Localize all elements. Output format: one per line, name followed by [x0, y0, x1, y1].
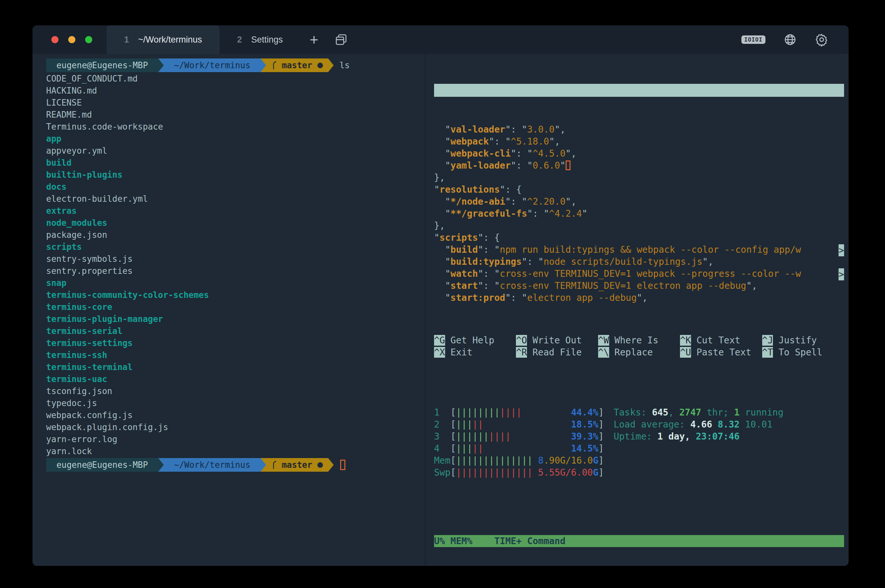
tab-title: ~/Work/terminus: [138, 35, 202, 45]
file-list-item: sentry-symbols.js: [46, 253, 425, 265]
shortcut-key: ^\: [598, 347, 609, 358]
shortcut-label: Where Is: [609, 335, 658, 346]
nano-shortcut: ^T To Spell: [762, 346, 844, 358]
file-list-item: app: [46, 133, 425, 145]
nano-pane[interactable]: GNU nano 4.5 package.json "val-loader": …: [434, 60, 844, 382]
file-list-item: build: [46, 157, 425, 169]
shortcut-label: Paste Text: [691, 347, 751, 358]
shortcut-key: ^T: [762, 347, 773, 358]
nano-code-line: "*/node-abi": "^2.20.0",: [434, 196, 844, 208]
shell-pane[interactable]: eugene@Eugenes-MBP ~/Work/terminus maste…: [33, 54, 425, 566]
stat-line: Uptime: 1 day, 23:07:46: [614, 430, 784, 442]
nano-shortcut: ^W Where Is: [598, 334, 680, 346]
terminal-content: eugene@Eugenes-MBP ~/Work/terminus maste…: [33, 54, 849, 566]
file-list-item: builtin-plugins: [46, 169, 425, 181]
file-list-item: tsconfig.json: [46, 385, 425, 397]
nano-editor-text: "val-loader": "3.0.0", "webpack": "^5.18…: [434, 123, 844, 304]
close-window-button[interactable]: [51, 36, 58, 43]
meter-line: 4 [||||| 14.5%]: [434, 442, 604, 454]
prompt-git-segment: master: [266, 58, 328, 72]
globe-ssh-icon[interactable]: [784, 33, 796, 46]
tab-settings[interactable]: 2 Settings: [220, 26, 300, 54]
line-continues-icon: >: [838, 268, 844, 280]
file-list-item: node_modules: [46, 217, 425, 229]
powerline-arrow-icon: [158, 458, 164, 472]
file-list-item: electron-builder.yml: [46, 193, 425, 205]
file-list-item: terminus-plugin-manager: [46, 313, 425, 325]
meter-bars-red: ||||: [500, 407, 522, 418]
htop-pane[interactable]: 1 [|||||||||||| 44.4%]2 [||||| 18.5%]3 […: [434, 382, 844, 566]
nano-code-line: "start": "cross-env TERMINUS_DEV=1 elect…: [434, 280, 844, 292]
meter-bars-red: ||: [472, 443, 483, 454]
git-branch-icon: [271, 460, 278, 470]
nano-code-line: "build:typings": "node scripts/build-typ…: [434, 256, 844, 268]
git-dirty-dot-icon: [317, 462, 323, 468]
right-split-pane[interactable]: GNU nano 4.5 package.json "val-loader": …: [425, 54, 849, 566]
terminus-window: 1 ~/Work/terminus 2 Settings + IOIOI: [33, 26, 849, 566]
file-list-item: sentry.properties: [46, 265, 425, 277]
tabbar-right-icons: IOIOI: [741, 26, 849, 54]
tab-work-terminus[interactable]: 1 ~/Work/terminus: [106, 26, 220, 54]
terminal-cursor: [340, 460, 345, 470]
nano-code-line: },: [434, 171, 844, 183]
powerline-arrow-icon: [328, 458, 334, 472]
shortcut-key: ^R: [516, 347, 527, 358]
file-list-item: CODE_OF_CONDUCT.md: [46, 73, 425, 85]
file-list-item: webpack.plugin.config.js: [46, 422, 425, 434]
file-list-item: terminus-serial: [46, 325, 425, 337]
shortcut-label: To Spell: [773, 347, 822, 358]
file-list-item: README.md: [46, 109, 425, 121]
serial-ports-icon[interactable]: IOIOI: [741, 35, 765, 44]
meter-bars-red: ||: [472, 419, 483, 430]
shortcut-label: Get Help: [445, 335, 495, 346]
shortcut-label: Write Out: [527, 335, 582, 346]
file-list-item: typedoc.js: [46, 397, 425, 410]
nano-code-line: "webpack-cli": "^4.5.0",: [434, 147, 844, 159]
shell-prompt: eugene@Eugenes-MBP ~/Work/terminus maste…: [46, 458, 425, 472]
process-table: U% MEM% TIME+ Command .0 0.2 0:22.66 /Sy…: [434, 511, 844, 566]
meter-bars-green: |||: [456, 419, 472, 430]
file-list-item: terminus-community-color-schemes: [46, 289, 425, 301]
file-list-item: yarn.lock: [46, 446, 425, 458]
nano-filename: package.json: [614, 110, 680, 123]
stat-line: Tasks: 645, 2747 thr; 1 running: [614, 406, 784, 418]
shortcut-label: Read File: [527, 347, 582, 358]
tab-number: 1: [124, 35, 129, 45]
shortcut-key: ^X: [434, 347, 445, 358]
file-list-item: terminus-core: [46, 301, 425, 313]
zoom-window-button[interactable]: [85, 36, 92, 43]
settings-gear-icon[interactable]: [815, 33, 828, 46]
meter-bars-red: ||||||||||||||: [456, 467, 532, 478]
meter-line: 1 [|||||||||||| 44.4%]: [434, 406, 604, 418]
file-list-item: HACKING.md: [46, 85, 425, 97]
htop-meters: 1 [|||||||||||| 44.4%]2 [||||| 18.5%]3 […: [434, 406, 844, 478]
typed-command: ls: [339, 60, 350, 72]
new-tab-button[interactable]: +: [300, 26, 327, 54]
file-list-item: extras: [46, 205, 425, 217]
meter-bars-red: ||||: [489, 431, 511, 442]
nano-shortcut: ^R Read File: [516, 346, 598, 358]
split-windows-icon[interactable]: [327, 26, 355, 54]
file-list-item: terminus-uac: [46, 373, 425, 385]
prompt-user-segment: eugene@Eugenes-MBP: [46, 58, 158, 72]
nano-shortcut: ^U Paste Text: [680, 346, 762, 358]
nano-shortcut: ^G Get Help: [434, 334, 516, 346]
nano-shortcut: ^O Write Out: [516, 334, 598, 346]
file-list-item: scripts: [46, 241, 425, 253]
nano-shortcut: ^J Justify: [762, 334, 844, 346]
git-branch-name: master: [282, 60, 312, 72]
shortcut-key: ^W: [598, 335, 609, 346]
nano-shortcut-bar: ^G Get Help^O Write Out^W Where Is^K Cut…: [434, 334, 844, 358]
nano-shortcut: ^X Exit: [434, 346, 516, 358]
htop-stats: Tasks: 645, 2747 thr; 1 runningLoad aver…: [614, 406, 784, 478]
nano-code-line: "watch": "cross-env TERMINUS_DEV=1 webpa…: [434, 268, 844, 280]
file-list-item: snap: [46, 277, 425, 289]
git-dirty-dot-icon: [317, 63, 323, 68]
tabbar-spacer: [355, 26, 741, 54]
meter-bars-green: |||: [456, 443, 472, 454]
shortcut-key: ^J: [762, 335, 773, 346]
prompt-user-segment: eugene@Eugenes-MBP: [46, 458, 158, 472]
shortcut-key: ^K: [680, 335, 691, 346]
powerline-arrow-icon: [261, 458, 266, 472]
minimize-window-button[interactable]: [68, 36, 75, 43]
